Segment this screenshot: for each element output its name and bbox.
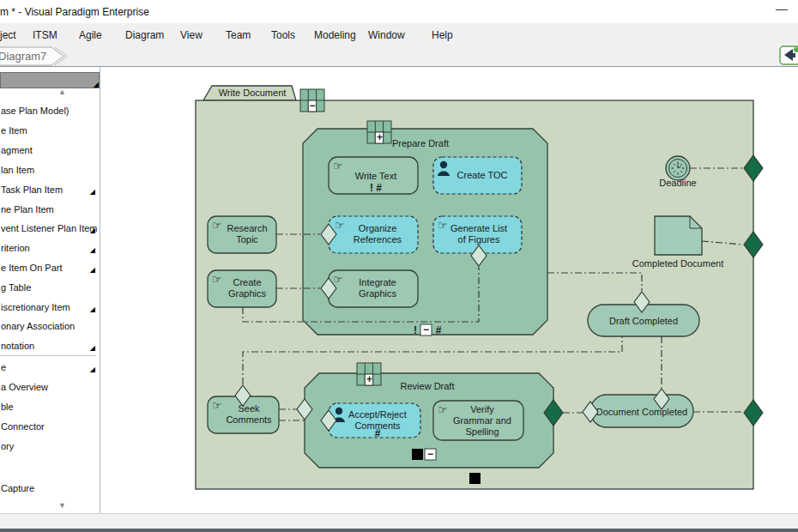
autocomplete-marker xyxy=(412,449,423,460)
submenu-arrow-icon: ◢ xyxy=(90,264,95,275)
svg-text:of Figures: of Figures xyxy=(458,234,500,245)
diagram-palette: ◢ ▲ ase Plan Model) e Item agment lan It… xyxy=(0,67,100,513)
menu-item-team[interactable]: Team xyxy=(226,29,251,41)
stage-review-label: Review Draft xyxy=(401,381,455,391)
submenu-arrow-icon: ◢ xyxy=(90,225,95,235)
manual-task-icon: ☞ xyxy=(438,403,448,416)
palette-item-task-plan-item[interactable]: Task Plan Item◢ xyxy=(1,184,97,196)
menu-item-window[interactable]: Window xyxy=(368,29,405,41)
menu-item-itsm[interactable]: ITSM xyxy=(33,29,57,41)
palette-item-annotation[interactable]: notation◢ xyxy=(1,340,97,353)
application-window: { "window": { "title": "m * - Visual Par… xyxy=(0,0,798,532)
menu-bar: ject ITSM Agile Diagram View Team Tools … xyxy=(0,23,798,46)
discretionary-task-create-toc[interactable]: Create TOC xyxy=(433,157,522,194)
task-write-text[interactable]: ☞ Write Text ! # xyxy=(329,157,418,194)
task-integrate-graphics[interactable]: ☞ Integrate Graphics xyxy=(329,270,418,307)
palette-item-plan-item-2[interactable]: lan Item xyxy=(1,164,97,177)
palette-item-screen-capture[interactable]: Capture xyxy=(1,482,97,495)
svg-text:Accept/Reject: Accept/Reject xyxy=(348,409,407,420)
palette-item-shape[interactable]: e◢ xyxy=(1,361,97,374)
collapse-sign: − xyxy=(309,100,315,112)
autocomplete-marker xyxy=(469,473,481,484)
palette-item-directory[interactable]: ory xyxy=(1,440,97,453)
palette-item-event-listener-plan-item[interactable]: vent Listener Plan Item◢ xyxy=(1,222,97,235)
svg-text:Graphics: Graphics xyxy=(228,288,267,299)
palette-scroll-down-button[interactable]: ▼ xyxy=(58,501,76,510)
svg-text:Organize: Organize xyxy=(359,223,397,233)
submenu-arrow-icon: ◢ xyxy=(90,342,95,353)
discretionary-task-accept-reject[interactable]: Accept/Reject Comments # xyxy=(329,403,420,439)
title-bar: m * - Visual Paradigm Enterprise — xyxy=(0,0,798,23)
menu-item-tools[interactable]: Tools xyxy=(271,29,295,41)
svg-text:Comments: Comments xyxy=(226,414,272,425)
task-create-graphics[interactable]: ☞ Create Graphics xyxy=(208,270,276,307)
menu-item-modeling[interactable]: Modeling xyxy=(314,29,356,41)
collapse-marker: − xyxy=(427,448,433,460)
task-markers: ! # xyxy=(370,182,382,194)
planning-table-icon[interactable]: − xyxy=(300,89,324,112)
minimize-button[interactable]: — xyxy=(776,2,788,15)
manual-task-icon: ☞ xyxy=(333,160,343,172)
menu-item-diagram[interactable]: Diagram xyxy=(125,29,164,41)
palette-item-item-on-part[interactable]: e Item On Part◢ xyxy=(1,262,97,275)
tab-bar: Diagram7 xyxy=(0,46,798,67)
manual-task-icon: ☞ xyxy=(212,273,222,286)
submenu-arrow-icon: ◢ xyxy=(90,364,95,374)
palette-item-criterion[interactable]: riterion◢ xyxy=(1,242,97,255)
palette-item-plan-fragment[interactable]: agment xyxy=(1,144,97,157)
menu-item-view[interactable]: View xyxy=(180,29,203,41)
submenu-arrow-icon: ◢ xyxy=(90,245,95,255)
planning-table-icon[interactable]: + xyxy=(367,121,391,143)
manual-task-icon: ☞ xyxy=(438,219,448,232)
palette-item-plan-item-1[interactable]: e Item xyxy=(1,124,97,137)
svg-text:Create TOC: Create TOC xyxy=(457,170,508,180)
collapse-marker: − xyxy=(423,323,429,336)
deadline-label: Deadline xyxy=(659,178,696,188)
case-file-completed-document[interactable] xyxy=(655,216,702,255)
case-plan-label: Write Document xyxy=(219,88,287,98)
stage-prepare-label: Prepare Draft xyxy=(392,138,449,148)
task-research-topic[interactable]: ☞ Research Topic xyxy=(208,216,276,253)
svg-text:Topic: Topic xyxy=(236,234,258,245)
svg-text:Research: Research xyxy=(227,223,267,233)
event-listener-deadline[interactable] xyxy=(666,156,690,180)
submenu-arrow-icon: ◢ xyxy=(90,186,95,196)
palette-item-selected[interactable]: ◢ xyxy=(0,72,100,88)
manual-task-icon: ☞ xyxy=(335,219,345,232)
planning-table-icon[interactable]: + xyxy=(357,363,381,385)
task-verify-grammar[interactable]: ☞ Verify Grammar and Spelling xyxy=(433,401,523,440)
expand-sign: + xyxy=(366,373,372,385)
tab-diagram7[interactable]: Diagram7 xyxy=(0,50,46,63)
status-bar xyxy=(0,513,798,529)
expand-sign: + xyxy=(377,131,383,143)
palette-item-diagram-overview[interactable]: a Overview xyxy=(1,381,97,394)
svg-text:Verify: Verify xyxy=(470,404,494,414)
palette-item-planning-table[interactable]: g Table xyxy=(1,281,97,294)
palette-item-discretionary-association[interactable]: onary Association xyxy=(1,320,97,333)
palette-item-case-plan-model[interactable]: ase Plan Model) xyxy=(1,105,97,118)
palette-item-milestone-plan-item[interactable]: ne Plan Item xyxy=(1,203,97,216)
svg-text:Write Text: Write Text xyxy=(355,171,397,181)
svg-text:Grammar and: Grammar and xyxy=(453,415,511,426)
svg-text:Seek: Seek xyxy=(238,403,260,414)
svg-text:Graphics: Graphics xyxy=(359,288,397,299)
repetition-marker: # xyxy=(375,427,381,439)
palette-item-table[interactable]: ble xyxy=(1,401,97,414)
menu-item-help[interactable]: Help xyxy=(432,29,453,41)
milestone-document-completed[interactable]: Document Completed xyxy=(590,395,693,427)
window-bottom-edge xyxy=(0,529,798,532)
window-title: m * - Visual Paradigm Enterprise xyxy=(0,6,149,18)
required-marker: ! xyxy=(414,324,417,336)
menu-item-project[interactable]: ject xyxy=(0,29,16,41)
palette-item-generic-connector[interactable]: Connector xyxy=(1,420,97,433)
palette-scroll-up-button[interactable]: ▲ xyxy=(58,88,76,96)
menu-item-agile[interactable]: Agile xyxy=(79,29,102,41)
announcement-button[interactable] xyxy=(779,45,798,66)
palette-item-discretionary-item[interactable]: iscretionary Item◢ xyxy=(1,301,97,314)
discretionary-task-organize-references[interactable]: ☞ Organize References xyxy=(329,216,418,253)
completed-document-label: Completed Document xyxy=(632,258,723,269)
svg-text:References: References xyxy=(354,234,402,245)
diagram-canvas: Write Document − Prepare Draft + xyxy=(101,67,798,513)
svg-text:Draft Completed: Draft Completed xyxy=(609,316,678,326)
submenu-arrow-icon: ◢ xyxy=(94,81,99,88)
